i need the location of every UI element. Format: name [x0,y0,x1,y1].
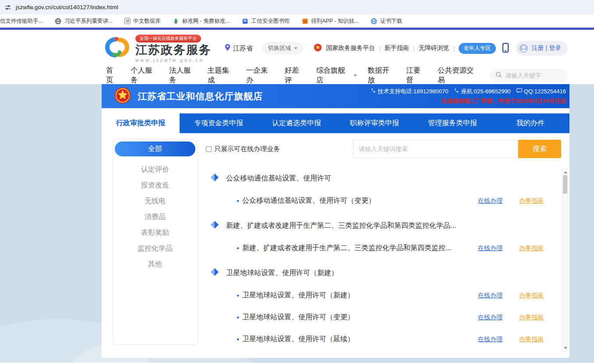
sidebar-item-awards[interactable]: 表彰奖励 [115,225,195,240]
search-button[interactable]: 搜索 [518,140,561,158]
service-guide-link[interactable]: 办事指南 [519,244,544,252]
sidebar-item-monitored-chemicals[interactable]: 监控化学品 [115,240,195,256]
main-nav: 首页 个人服务 法人服务 主题集成 一企来办 好差评 综合旗舰店 数据开放 江要… [102,67,568,84]
nav-item-rating[interactable]: 好差评 [285,66,306,85]
nav-item-public-resources[interactable]: 公共资源交易 [438,66,480,85]
service-guide-link[interactable]: 办事指南 [519,314,544,322]
service-guide-link[interactable]: 办事指南 [519,197,544,205]
tab-my-applications[interactable]: 我的办件 [491,113,569,133]
url-text[interactable]: jszwfw.gov.cn/col/col140127/index.html [16,4,118,11]
elder-zone-button[interactable]: 老年人专区 [459,43,496,54]
gem-icon [210,173,219,184]
bookmark-chinese-database[interactable]: st 中文数据库 [124,18,160,25]
tab-management-services[interactable]: 管理服务类申报 [414,113,491,133]
mobile-phone-icon[interactable] [502,43,509,54]
site-logo[interactable]: 全国一体化在线政务服务平台 江苏政务服务 www.jszwfw.gov.cn [102,34,212,62]
online-handle-link[interactable]: 在线办理 [478,292,502,300]
nav-item-enterprise[interactable]: 一企来办 [246,66,274,85]
chevron-down-icon [354,74,357,77]
sidebar-item-radio[interactable]: 无线电 [115,193,195,209]
national-platform-link[interactable]: 国家政务服务平台 [326,44,375,52]
bookmark-label: 标准网 - 免费标准... [182,18,230,25]
nav-item-personal[interactable]: 个人服务 [131,66,159,85]
site-info-icon[interactable] [4,4,11,11]
sidebar-item-recognition[interactable]: 认定评价 [115,162,195,177]
accessibility-link[interactable]: 无障碍浏览 [418,44,449,52]
online-handle-link[interactable]: 在线办理 [478,314,502,322]
category-tabs: 行政审批类申报 专项资金类申报 认定遴选类申报 职称评审类申报 管理服务类申报 … [102,113,569,133]
bookmark-label: 得到APP - 知识就... [311,18,359,25]
chat-qq-icon [516,88,522,95]
sidebar-item-all[interactable]: 全部 [115,141,195,156]
location-pin-icon [225,44,230,53]
tree-green-icon [173,18,180,25]
tab-administrative-approval[interactable]: 行政审批类申报 [102,113,180,133]
nav-item-legal[interactable]: 法人服务 [169,66,197,85]
scrollbar-thumb[interactable] [563,175,567,194]
gem-icon [210,220,219,231]
online-only-checkbox[interactable] [206,146,212,152]
online-handle-link[interactable]: 在线办理 [478,336,502,343]
keyword-search-input[interactable] [353,140,518,158]
nav-item-themes[interactable]: 主题集成 [208,66,236,85]
globe-teal-icon [371,18,378,25]
nav-item-open-data[interactable]: 数据开放 [368,66,396,85]
bookmark-xi-series[interactable]: 习近平系列重要讲... [55,18,113,25]
bookmark-wechat-file-helper[interactable]: 信文件传输助手... [0,18,43,25]
bookmark-dedao-app[interactable]: 得到APP - 知识就... [301,18,359,25]
sidebar-item-others[interactable]: 其他 [115,256,195,272]
service-group: 卫星地球站设置、使用许可（新建） 卫星地球站设置、使用许可（新建） 在线办理 办… [206,268,561,344]
tab-recognition-selection[interactable]: 认定遴选类申报 [258,113,336,133]
switch-region-button[interactable]: 切换区域 [262,42,303,55]
national-emblem-icon [314,43,322,53]
logo-mark-icon [102,35,131,61]
service-row: 卫星地球站设置、使用许可（新建） 在线办理 办事指南 [206,291,561,300]
tab-special-funds[interactable]: 专项资金类申报 [180,113,258,133]
page-background: 江苏省工业和信息化厅旗舰店 技术支持电话:18912980070 座机:025-… [0,84,594,363]
newbie-guide-link[interactable]: 新手指南 [385,44,409,52]
sidebar-item-consumer-goods[interactable]: 消费品 [115,209,195,225]
nav-search-box[interactable] [490,69,568,82]
online-only-filter[interactable]: 只展示可在线办理业务 [206,145,280,153]
nav-search-input[interactable] [506,72,562,79]
service-item-title[interactable]: 公众移动通信基站设置、使用许可（变更） [242,196,375,205]
bookmark-label: 习近平系列重要讲... [64,18,113,25]
online-handle-link[interactable]: 在线办理 [478,197,502,205]
spacer [102,108,569,113]
phone-handset-icon [371,88,376,95]
bookmark-label: 中文数据库 [133,18,161,25]
service-item-title[interactable]: 卫星地球站设置、使用许可（延续） [242,335,354,344]
site-url-text: www.jszwfw.gov.cn [135,57,212,63]
nav-item-home[interactable]: 首页 [106,66,120,85]
site-name: 江苏政务服务 [135,43,212,57]
scroll-up-icon[interactable] [564,171,567,173]
bookmark-gongxin-library[interactable]: 工信安全图书馆 [242,18,290,25]
search-icon [495,71,502,80]
tab-title-review[interactable]: 职称评审类申报 [336,113,414,133]
service-guide-link[interactable]: 办事指南 [519,336,544,343]
register-login-button[interactable]: 注册 | 登录 [516,41,568,56]
service-list: 只展示可在线办理业务 搜索 公众移动通信基站设置、使用许可 公 [206,139,568,358]
bullet-icon [237,335,242,344]
online-handle-link[interactable]: 在线办理 [478,244,502,252]
category-sidebar: 全部 认定评价 投资改造 无线电 消费品 表彰奖励 监控化学品 其他 [112,139,198,345]
service-item-title[interactable]: 卫星地球站设置、使用许可（变更） [242,313,354,322]
service-guide-link[interactable]: 办事指南 [519,292,544,300]
bookmarks-bar: 信文件传输助手... 习近平系列重要讲... st 中文数据库 标准网 - 免费… [0,14,594,28]
st-badge-icon: st [124,18,131,24]
current-region: 江苏省 [233,44,253,53]
flagship-banner: 江苏省工业和信息化厅旗舰店 技术支持电话:18912980070 座机:025-… [102,84,569,108]
book-blue-icon [242,18,249,25]
bookmark-standard-net[interactable]: 标准网 - 免费标准... [173,18,230,25]
nav-item-flagship-stores[interactable]: 综合旗舰店 [316,66,357,85]
service-item-title[interactable]: 卫星地球站设置、使用许可（新建） [242,291,354,300]
service-row: 卫星地球站设置、使用许可（延续） 在线办理 办事指南 [206,335,561,344]
sidebar-item-investment[interactable]: 投资改造 [115,177,195,193]
service-item-title[interactable]: 新建、扩建或者改建用于生产第二、三类监控化学品和第四类监控... [242,244,451,253]
bookmark-cert-download[interactable]: 证书下载 [371,18,402,25]
bookmark-label: 工信安全图书馆 [251,18,290,25]
flagship-title: 江苏省工业和信息化厅旗舰店 [138,90,263,102]
scroll-down-icon[interactable] [564,347,567,349]
list-scrollbar[interactable] [562,169,568,352]
nav-item-jiangyaodu[interactable]: 江要督 [406,66,427,85]
